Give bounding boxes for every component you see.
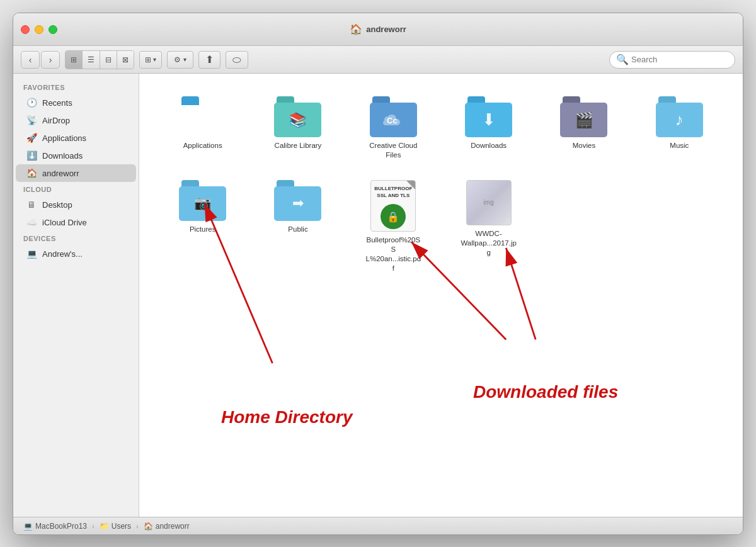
column-view-button[interactable]: ⊟ [100,51,117,69]
forward-button[interactable]: › [41,51,60,69]
folder-icon-users: 📁 [100,522,109,531]
desktop-label: Desktop [42,200,72,210]
folder-applications[interactable]: A Applications [158,93,247,164]
main-area: Favorites 🕐 Recents 📡 AirDrop 🚀 Applicat… [13,74,743,517]
file-pdf[interactable]: BULLETPROOFSSL AND TLS 🔒 Bulletproof%20S… [349,176,438,277]
applications-folder-icon: A [179,96,226,137]
group-button[interactable]: ⊞ ▾ [139,51,162,69]
applications-icon: 🚀 [26,132,37,144]
pictures-folder-name: Pictures [190,225,216,234]
movies-folder-icon: 🎬 [560,96,607,137]
folder-creative-cloud[interactable]: Cc Creative Cloud Files [349,93,438,164]
downloads-icon: ⬇️ [26,150,37,161]
wwdc-file-name: WWDC-Wallpap...2017.jpg [461,229,517,257]
content-area: A Applications 📚 Calibre Library [139,74,743,517]
creative-cloud-folder-name: Creative Cloud Files [365,141,421,160]
applications-label: Applications [42,133,86,143]
desktop-icon: 🖥 [26,199,37,210]
home-sidebar-icon: 🏠 [26,167,37,179]
folder-downloads[interactable]: ⬇ Downloads [444,93,533,164]
share-button[interactable]: ⬆ [198,51,220,69]
andreworr-label-status: andreworr [156,522,190,531]
downloads-label: Downloads [42,151,83,161]
search-icon: 🔍 [616,54,629,65]
sidebar-item-icloud-drive[interactable]: ☁️ iCloud Drive [16,213,136,231]
minimize-button[interactable] [35,25,43,34]
nav-buttons: ‹ › [21,51,60,69]
downloaded-files-label: Downloaded files [473,382,618,402]
downloads-folder-name: Downloads [471,141,507,150]
airdrop-label: AirDrop [42,116,70,125]
sidebar-item-downloads[interactable]: ⬇️ Downloads [16,147,136,164]
breadcrumb-users: 📁 Users [100,522,131,531]
airdrop-icon: 📡 [26,115,37,126]
macbook-icon: 💻 [26,248,37,259]
folder-movies[interactable]: 🎬 Movies [539,93,628,164]
downloads-folder-icon: ⬇ [465,96,512,137]
home-icon: 🏠 [350,23,362,35]
search-input[interactable] [631,55,732,64]
pdf-file-icon: BULLETPROOFSSL AND TLS 🔒 [370,180,416,232]
creative-cloud-folder-icon: Cc [370,96,417,137]
home-icon-status: 🏠 [144,522,153,531]
recents-icon: 🕐 [26,97,37,108]
back-button[interactable]: ‹ [21,51,40,69]
sidebar-item-macbook[interactable]: 💻 Andrew's... [16,245,136,262]
public-folder-icon: ➡ [274,180,321,221]
tag-button[interactable]: ⬭ [226,51,248,69]
sep2: › [136,522,139,530]
cover-view-button[interactable]: ⊠ [117,51,134,69]
image-file-icon: img [466,180,512,225]
users-label-status: Users [112,522,131,531]
calibre-folder-icon: 📚 [274,96,321,137]
applications-folder-name: Applications [183,141,222,150]
pictures-folder-icon: 📷 [179,180,226,221]
folder-pictures[interactable]: 📷 Pictures [158,176,247,277]
sidebar-item-andreworr[interactable]: 🏠 andreworr [16,164,136,182]
list-view-button[interactable]: ☰ [83,51,100,69]
icloud-drive-icon: ☁️ [26,217,37,228]
sidebar-item-desktop[interactable]: 🖥 Desktop [16,196,136,213]
calibre-folder-name: Calibre Library [275,141,322,150]
pdf-file-name: Bulletproof%20SSL%20an...istic.pdf [365,235,421,273]
home-directory-label: Home Directory [221,407,353,427]
sidebar: Favorites 🕐 Recents 📡 AirDrop 🚀 Applicat… [13,74,139,517]
sidebar-item-applications[interactable]: 🚀 Applications [16,129,136,147]
traffic-lights [21,25,57,34]
icloud-label: iCloud [13,182,139,196]
public-folder-name: Public [288,225,307,234]
status-bar: 💻 MacBookPro13 › 📁 Users › 🏠 andreworr [13,517,743,534]
music-folder-name: Music [670,141,689,150]
folder-public[interactable]: ➡ Public [253,176,342,277]
view-controls: ⊞ ☰ ⊟ ⊠ [65,50,134,69]
recents-label: Recents [42,98,72,108]
movies-folder-name: Movies [573,141,595,150]
devices-label: Devices [13,231,139,245]
macbook-label: Andrew's... [42,249,83,259]
andreworr-label: andreworr [42,169,79,178]
folder-music[interactable]: ♪ Music [635,93,724,164]
close-button[interactable] [21,25,30,34]
title-bar: 🏠 andreworr [13,13,743,46]
macbook-icon-status: 💻 [23,522,33,531]
search-bar[interactable]: 🔍 [609,51,735,69]
file-grid: A Applications 📚 Calibre Library [152,86,730,283]
favorites-label: Favorites [13,80,139,94]
window-title: 🏠 andreworr [350,23,406,35]
icloud-drive-label: iCloud Drive [42,218,87,227]
icon-view-button[interactable]: ⊞ [66,51,83,69]
sidebar-item-recents[interactable]: 🕐 Recents [16,94,136,111]
title-text: andreworr [366,25,406,34]
action-button[interactable]: ⚙ ▾ [167,51,193,69]
macbook-label-status: MacBookPro13 [35,522,87,531]
sep1: › [92,522,94,530]
breadcrumb-andreworr: 🏠 andreworr [144,522,190,531]
svg-text:Cc: Cc [387,116,398,125]
finder-window: 🏠 andreworr ‹ › ⊞ ☰ ⊟ ⊠ ⊞ ▾ ⚙ ▾ ⬆ ⬭ 🔍 Fa… [13,13,743,535]
file-wwdc[interactable]: img WWDC-Wallpap...2017.jpg [444,176,533,277]
toolbar: ‹ › ⊞ ☰ ⊟ ⊠ ⊞ ▾ ⚙ ▾ ⬆ ⬭ 🔍 [13,46,743,74]
maximize-button[interactable] [49,25,57,34]
sidebar-item-airdrop[interactable]: 📡 AirDrop [16,111,136,129]
breadcrumb-macbook: 💻 MacBookPro13 [23,522,87,531]
folder-calibre[interactable]: 📚 Calibre Library [253,93,342,164]
